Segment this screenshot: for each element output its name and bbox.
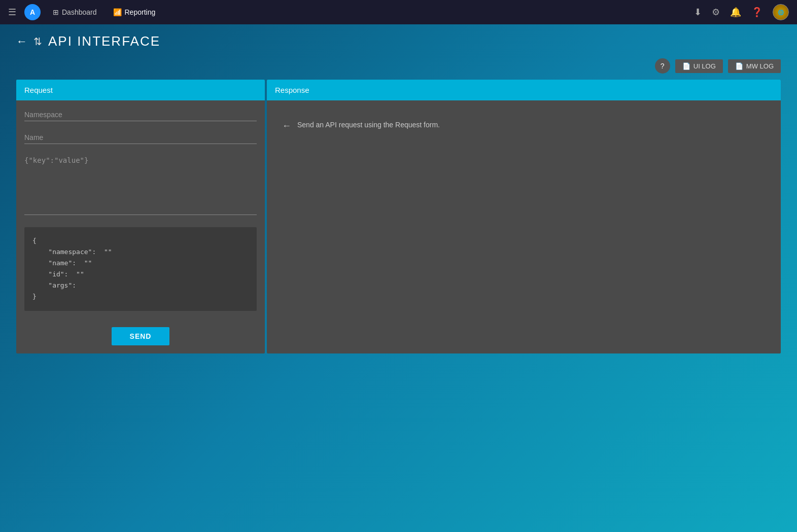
file-icon-mw: 📄 [735,62,743,70]
response-panel: Response ← Send an API request using the… [267,80,781,353]
json-preview: { "namespace": "" "name": "" "id": "" "a… [24,227,257,311]
toolbar: ? 📄 UI LOG 📄 MW LOG [0,58,797,80]
request-panel-header: Request [16,80,265,100]
send-button[interactable]: SEND [112,327,170,345]
help-nav-icon[interactable]: ❓ [751,7,763,18]
body-textarea[interactable]: {"key":"value"} [24,154,257,215]
ui-log-label: UI LOG [694,62,716,70]
namespace-input[interactable] [24,109,257,121]
mw-log-button[interactable]: 📄 MW LOG [728,59,781,73]
response-empty-message: Send an API request using the Request fo… [297,121,440,129]
response-arrow-icon: ← [282,121,291,131]
notifications-icon[interactable]: 🔔 [730,7,741,18]
nav-dashboard[interactable]: ⊞ Dashboard [49,6,101,18]
api-icon: ⇅ [33,36,42,48]
name-field-container [24,131,257,144]
page-title: API INTERFACE [48,33,160,49]
logo-icon[interactable]: A [24,4,41,20]
dashboard-icon: ⊞ [53,8,59,16]
body-field-container: {"key":"value"} [24,154,257,217]
reporting-icon: 📶 [113,8,122,16]
top-nav: ☰ A ⊞ Dashboard 📶 Reporting ⬇ ⚙ 🔔 ❓ 🌐 [0,0,797,24]
help-button[interactable]: ? [655,58,670,74]
response-panel-header: Response [267,80,781,100]
file-icon-ui: 📄 [682,62,690,70]
main-content: Request {"key":"value"} { "namespace": "… [0,80,797,353]
nav-right: ⬇ ⚙ 🔔 ❓ 🌐 [694,4,789,20]
namespace-field-container [24,109,257,121]
name-input[interactable] [24,131,257,144]
send-button-wrapper: SEND [16,319,265,353]
hamburger-icon[interactable]: ☰ [8,7,16,18]
reporting-label: Reporting [125,8,156,16]
download-icon[interactable]: ⬇ [694,7,702,18]
settings-icon[interactable]: ⚙ [712,7,720,18]
nav-reporting[interactable]: 📶 Reporting [109,6,160,18]
mw-log-label: MW LOG [746,62,774,70]
ui-log-button[interactable]: 📄 UI LOG [675,59,723,73]
response-panel-body: ← Send an API request using the Request … [267,100,781,152]
nav-left: ☰ A ⊞ Dashboard 📶 Reporting [8,4,690,20]
request-panel: Request {"key":"value"} { "namespace": "… [16,80,265,353]
user-avatar[interactable]: 🌐 [773,4,789,20]
dashboard-label: Dashboard [62,8,97,16]
back-button[interactable]: ← [16,35,27,48]
page-header: ← ⇅ API INTERFACE [0,24,797,58]
request-panel-body: {"key":"value"} { "namespace": "" "name"… [16,100,265,319]
